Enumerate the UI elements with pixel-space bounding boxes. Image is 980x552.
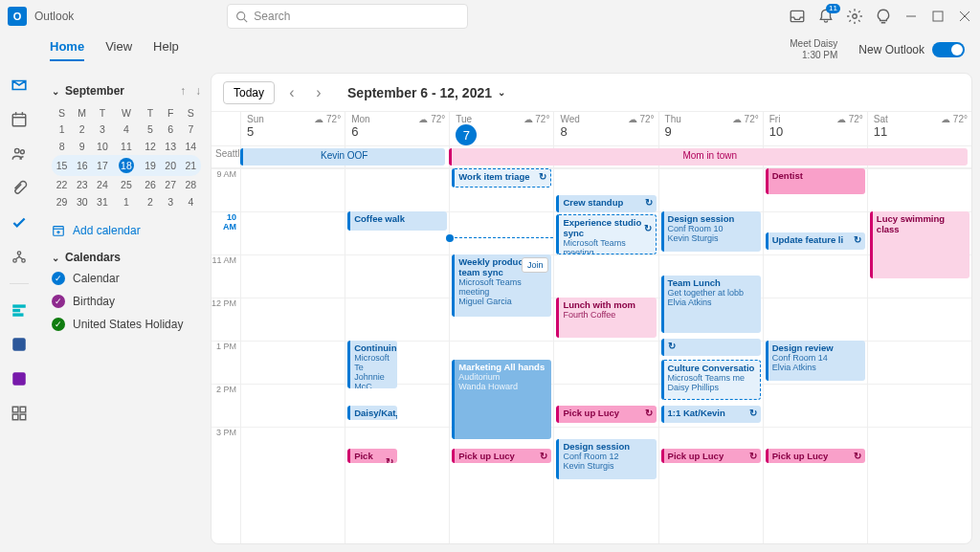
rail-calendar-icon[interactable] (11, 111, 28, 128)
new-outlook-toggle[interactable] (932, 42, 965, 57)
allday-event[interactable]: Kevin OOF (240, 148, 445, 166)
settings-icon[interactable] (846, 8, 863, 25)
calendar-event[interactable]: Lunch with momFourth Coffee (556, 298, 656, 338)
calendar-item[interactable]: ✓Calendar (52, 272, 201, 285)
calendar-event[interactable]: Work item triage↻ (452, 168, 551, 188)
calendar-event[interactable]: Pick up Lucy↻ (556, 406, 656, 423)
search-input[interactable]: Search (227, 4, 468, 29)
day-column[interactable]: Work item triage↻Weekly product team syn… (449, 168, 553, 543)
allday-event[interactable]: Mom in town (449, 148, 968, 166)
mini-day[interactable]: 7 (181, 121, 201, 138)
today-button[interactable]: Today (223, 81, 275, 104)
day-header[interactable]: Thu9☁ 72° (658, 112, 763, 145)
mini-calendar[interactable]: SMTWTFS 12345678910111213141516171819202… (52, 105, 201, 210)
mini-day[interactable]: 11 (112, 138, 140, 155)
calendar-event[interactable]: Pick up Lucy↻ (766, 449, 865, 463)
mini-day[interactable]: 17 (92, 155, 112, 176)
mini-day[interactable]: 4 (112, 121, 140, 138)
day-header[interactable]: Sun5☁ 72° (240, 112, 345, 145)
tips-icon[interactable] (875, 8, 892, 25)
calendar-event[interactable]: Team LunchGet together at lobbElvia Atki… (661, 276, 761, 333)
mini-day[interactable]: 5 (140, 121, 160, 138)
mini-day[interactable]: 19 (140, 155, 160, 176)
day-column[interactable]: Design sessionConf Room 10Kevin SturgisT… (658, 168, 763, 543)
mini-day[interactable]: 13 (161, 138, 181, 155)
calendar-event[interactable]: Design sessionConf Room 12Kevin Sturgis (556, 439, 656, 479)
calendar-event[interactable]: Dentist (766, 168, 865, 194)
mini-day[interactable]: 8 (52, 138, 72, 155)
calendar-event[interactable]: Lucy swimming class (870, 211, 969, 278)
inbox-icon[interactable] (789, 8, 806, 25)
minimize-button[interactable] (903, 9, 919, 24)
close-button[interactable] (957, 9, 972, 24)
day-header[interactable]: Sat11☁ 72° (867, 112, 971, 145)
chevron-down-icon[interactable]: ⌄ (52, 86, 59, 97)
calendar-event[interactable]: Weekly product team syncMicrosoft Teams … (452, 254, 551, 317)
mini-day[interactable]: 3 (92, 121, 112, 138)
prev-week-icon[interactable]: ‹ (282, 83, 301, 102)
next-meeting[interactable]: Meet Daisy1:30 PM (790, 38, 837, 61)
day-header[interactable]: Fri10☁ 72° (763, 112, 867, 145)
rail-onenote-icon[interactable] (11, 370, 28, 387)
calendar-event[interactable]: Pick up Lucy↻ (452, 449, 551, 463)
mini-day[interactable]: 18 (112, 155, 140, 176)
mini-day[interactable]: 25 (112, 176, 140, 193)
rail-people-icon[interactable] (11, 145, 28, 163)
rail-app1-icon[interactable] (11, 301, 28, 319)
mini-day[interactable]: 15 (52, 155, 72, 176)
mini-day[interactable]: 20 (161, 155, 181, 176)
mini-day[interactable]: 23 (72, 176, 92, 193)
mini-day[interactable]: 28 (181, 176, 201, 193)
rail-word-icon[interactable] (11, 336, 28, 353)
calendar-event[interactable]: Crew standup↻ (556, 195, 656, 212)
mini-day[interactable]: 27 (161, 176, 181, 193)
calendar-event[interactable]: Coffee walk (347, 211, 447, 231)
mini-day[interactable]: 30 (72, 193, 92, 210)
calendar-event[interactable]: Pick up Lucy↻ (661, 449, 761, 463)
join-button[interactable]: Join (522, 257, 549, 273)
mini-day[interactable]: 16 (72, 155, 92, 176)
mini-day[interactable]: 26 (140, 176, 160, 193)
calendar-item[interactable]: ✓United States Holiday (52, 318, 201, 331)
calendar-event[interactable]: Experience studio sync↻Microsoft Teams m… (556, 214, 656, 254)
mini-day[interactable]: 2 (140, 193, 160, 210)
calendar-event[interactable]: Marketing All handsAuditoriumWanda Howar… (452, 360, 551, 439)
rail-mail-icon[interactable] (11, 77, 28, 94)
calendar-event[interactable]: Culture ConversatioMicrosoft Teams meDai… (661, 360, 761, 400)
calendar-event[interactable]: 1:1 Kat/Kevin↻ (661, 406, 761, 423)
rail-apps-icon[interactable] (11, 405, 28, 422)
calendar-event[interactable]: Pick up Lu↻ (347, 449, 397, 463)
rail-files-icon[interactable] (11, 180, 28, 197)
chevron-down-icon[interactable]: ⌄ (52, 253, 59, 263)
calendar-event[interactable]: Design reviewConf Room 14Elvia Atkins (766, 341, 865, 381)
mini-day[interactable]: 12 (140, 138, 160, 155)
mini-day[interactable]: 22 (52, 176, 72, 193)
tab-help[interactable]: Help (153, 39, 179, 61)
mini-day[interactable]: 6 (161, 121, 181, 138)
day-column[interactable]: Crew standup↻Experience studio sync↻Micr… (553, 168, 657, 543)
mini-day[interactable]: 1 (52, 121, 72, 138)
mini-day[interactable]: 31 (92, 193, 112, 210)
calendar-event[interactable]: Update feature li↻ (766, 232, 865, 250)
next-month-icon[interactable]: ↓ (195, 84, 201, 98)
day-column[interactable]: DentistUpdate feature li↻Design reviewCo… (763, 168, 867, 543)
mini-day[interactable]: 10 (92, 138, 112, 155)
next-week-icon[interactable]: › (309, 83, 328, 102)
mini-day[interactable]: 29 (52, 193, 72, 210)
notifications-icon[interactable]: 11 (817, 8, 835, 25)
mini-day[interactable]: 9 (72, 138, 92, 155)
rail-todo-icon[interactable] (11, 214, 28, 232)
mini-day[interactable]: 2 (72, 121, 92, 138)
day-header[interactable]: Tue7☁ 72° (449, 112, 553, 145)
mini-day[interactable]: 1 (112, 193, 140, 210)
prev-month-icon[interactable]: ↑ (180, 84, 186, 98)
day-column[interactable] (240, 168, 345, 543)
mini-day[interactable]: 3 (161, 193, 181, 210)
add-calendar-button[interactable]: Add calendar (52, 224, 201, 237)
day-column[interactable]: Lucy swimming class (867, 168, 971, 543)
mini-day[interactable]: 24 (92, 176, 112, 193)
rail-org-icon[interactable] (11, 249, 28, 266)
day-header[interactable]: Wed8☁ 72° (553, 112, 657, 145)
chevron-down-icon[interactable]: ⌄ (498, 87, 505, 98)
calendar-event[interactable]: Design sessionConf Room 10Kevin Sturgis (661, 211, 761, 252)
